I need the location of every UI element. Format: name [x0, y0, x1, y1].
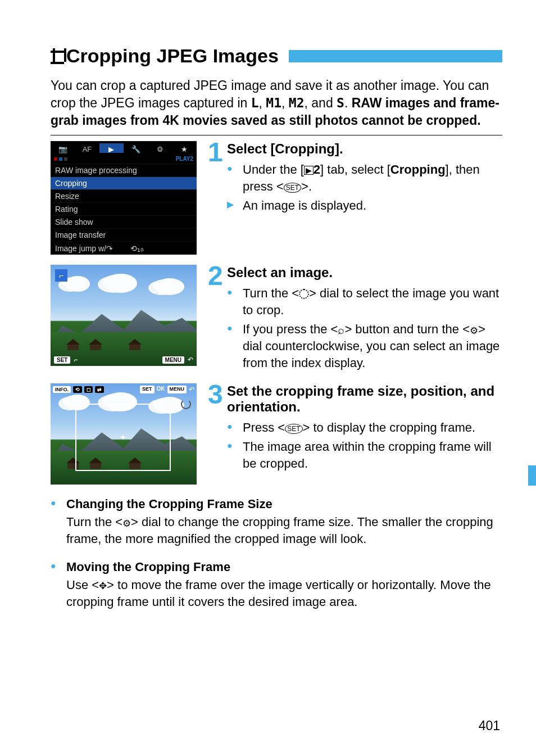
step-2-bullets: Turn the <> dial to select the image you…: [222, 285, 502, 371]
shot3-topbar: INFO. ⟲ ◻ ⇄ SET OK MENU ↶: [53, 386, 194, 393]
step-3-text: 3 Set the cropping frame size, position,…: [222, 383, 502, 474]
shot2-bottom-left: SET ⌐: [54, 356, 78, 364]
sub-head-size: Changing the Cropping Frame Size: [51, 497, 502, 511]
sub-body-move: Use <✥> to move the frame over the image…: [51, 577, 502, 610]
menu-item-cropping: Cropping: [51, 176, 197, 189]
menu-tab-af: AF: [75, 143, 99, 153]
step-number-1: 1: [208, 137, 223, 168]
step-1-bullet-2: An image is displayed.: [227, 197, 502, 214]
menu-item-transfer: Image transfer: [51, 228, 197, 241]
step-1-screenshot: 📷 AF ▶ 🔧 ⚙ ★ PLAY2 RAW image processing …: [51, 141, 217, 255]
step-2-bullet-2: If you press the <⌕> button and turn the…: [227, 321, 502, 371]
size-m1: M1: [266, 96, 281, 110]
page: Cropping JPEG Images You can crop a capt…: [0, 0, 536, 756]
sub-body-size: Turn the <⚙> dial to change the cropping…: [51, 514, 502, 547]
shot2-bottom-right: MENU ↶: [162, 356, 193, 364]
size-m2: M2: [289, 96, 305, 110]
step-2-row: ⌐ SET ⌐ MENU ↶ 2 Select an image. Tur: [51, 265, 502, 373]
crop-mode-icon: ⌐: [55, 269, 67, 282]
return-icon: ↶: [188, 356, 193, 364]
main-dial-icon: ⚙: [122, 518, 131, 531]
crop-frame-screenshot: INFO. ⟲ ◻ ⇄ SET OK MENU ↶ ✦: [51, 383, 197, 485]
step-1-row: 📷 AF ▶ 🔧 ⚙ ★ PLAY2 RAW image processing …: [51, 141, 502, 255]
page-title: Cropping JPEG Images: [66, 45, 279, 67]
quick-control-dial-icon: [299, 289, 309, 299]
menu-item-slideshow: Slide show: [51, 215, 197, 228]
menu-badge-top: MENU: [167, 386, 187, 393]
step-1-bullet-1: Under the [▶2] tab, select [Cropping], t…: [227, 161, 502, 194]
crop-icon: [51, 48, 66, 64]
title-accent-bar: [289, 50, 502, 62]
step-2-screenshot: ⌐ SET ⌐ MENU ↶: [51, 265, 217, 366]
aspect-icon: ◻: [84, 386, 93, 393]
step-number-2: 2: [208, 260, 223, 291]
section-edge-tab: [528, 465, 536, 486]
crop-icon-small: ⌐: [74, 356, 78, 364]
camera-menu-screenshot: 📷 AF ▶ 🔧 ⚙ ★ PLAY2 RAW image processing …: [51, 141, 197, 255]
crop-frame-overlay: ✦: [75, 404, 171, 471]
return-icon-top: ↶: [189, 386, 194, 393]
menu-tab-row: 📷 AF ▶ 🔧 ⚙ ★: [51, 141, 197, 155]
step-2-bullet-1: Turn the <> dial to select the image you…: [227, 285, 502, 318]
intro-paragraph: You can crop a captured JPEG image and s…: [51, 77, 502, 129]
magnify-icon: ⌕: [338, 324, 344, 336]
menu-tab-custom: ⚙: [148, 143, 172, 153]
set-button-icon: SET: [284, 183, 301, 193]
ok-label: OK: [157, 386, 165, 393]
size-s: S: [337, 96, 344, 110]
set-badge: SET: [54, 356, 70, 364]
multi-controller-icon: ✥: [99, 580, 107, 593]
menu-item-rating: Rating: [51, 202, 197, 215]
subsection-move-frame: Moving the Cropping Frame Use <✥> to mov…: [51, 560, 502, 610]
main-dial-icon: ⚙: [470, 325, 478, 338]
step-1-heading: Select [Cropping].: [227, 141, 502, 157]
menu-list: RAW image processing Cropping Resize Rat…: [51, 164, 197, 255]
menu-tab-setup: 🔧: [124, 143, 148, 153]
image-select-screenshot: ⌐ SET ⌐ MENU ↶: [51, 265, 197, 366]
step-3-row: INFO. ⟲ ◻ ⇄ SET OK MENU ↶ ✦: [51, 383, 502, 485]
menu-badge: MENU: [162, 356, 184, 364]
step-2-heading: Select an image.: [227, 265, 502, 280]
size-l: L: [251, 96, 259, 110]
step-3-bullet-2: The image area within the cropping frame…: [227, 438, 502, 472]
step-1-bullets: Under the [▶2] tab, select [Cropping], t…: [222, 161, 502, 214]
step-3-bullets: Press <SET> to display the cropping fram…: [222, 419, 502, 472]
menu-page-indicator: PLAY2: [51, 155, 197, 164]
menu-tab-play: ▶: [99, 143, 124, 153]
step-1-text: 1 Select [Cropping]. Under the [▶2] tab,…: [222, 141, 502, 216]
separator-rule: [51, 135, 502, 135]
menu-item-resize: Resize: [51, 189, 197, 202]
orientation-icon: ⟲: [73, 386, 82, 393]
menu-tab-shoot: 📷: [51, 143, 75, 153]
center-marker-icon: ✦: [120, 433, 126, 442]
set-badge-top: SET: [140, 386, 155, 393]
play-tab-icon: ▶: [304, 166, 314, 175]
menu-page-label: PLAY2: [176, 156, 193, 162]
menu-item-jump: Image jump w/↷ ⟲₁₀: [51, 241, 197, 255]
step-3-heading: Set the cropping frame size, position, a…: [227, 383, 502, 415]
page-title-row: Cropping JPEG Images: [51, 45, 502, 67]
steps-area: 📷 AF ▶ 🔧 ⚙ ★ PLAY2 RAW image processing …: [51, 141, 502, 485]
page-number: 401: [479, 718, 500, 734]
info-badge: INFO.: [53, 386, 71, 393]
set-button-icon: SET: [285, 424, 302, 434]
step-3-bullet-1: Press <SET> to display the cropping fram…: [227, 419, 502, 436]
subsection-frame-size: Changing the Cropping Frame Size Turn th…: [51, 497, 502, 547]
sub-head-move: Moving the Cropping Frame: [51, 560, 502, 574]
menu-item-raw: RAW image processing: [51, 164, 197, 176]
compare-icon: ⇄: [95, 386, 104, 393]
menu-tab-mymenu: ★: [172, 143, 197, 153]
step-3-screenshot: INFO. ⟲ ◻ ⇄ SET OK MENU ↶ ✦: [51, 383, 217, 485]
step-2-text: 2 Select an image. Turn the <> dial to s…: [222, 265, 502, 373]
step-number-3: 3: [208, 379, 223, 410]
